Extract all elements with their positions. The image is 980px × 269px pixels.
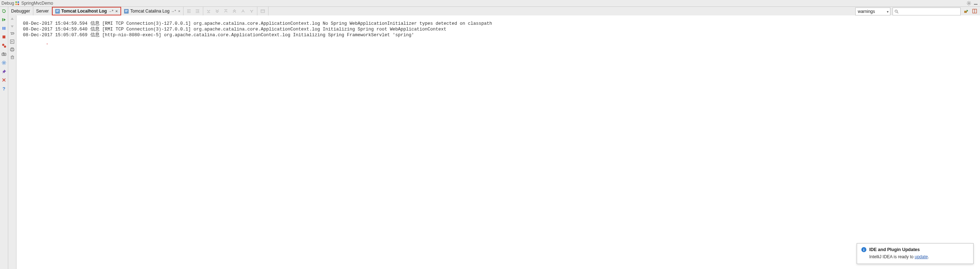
svg-marker-30	[198, 10, 199, 12]
pause-icon[interactable]	[1, 25, 7, 31]
log-search-input[interactable]	[892, 8, 961, 16]
settings-icon[interactable]	[1, 60, 7, 66]
console-tabbar: Debugger Server Tomcat Localhost Log →* …	[0, 7, 980, 16]
close-icon[interactable]: ×	[115, 9, 118, 13]
info-icon: i	[861, 247, 866, 252]
notification-body: IntelliJ IDEA is ready to update.	[861, 254, 969, 259]
svg-line-12	[967, 4, 968, 5]
step2-icon[interactable]	[248, 8, 255, 14]
svg-rect-15	[56, 10, 59, 13]
fold-toolbar	[203, 7, 258, 16]
svg-rect-46	[4, 27, 5, 30]
svg-rect-45	[3, 27, 3, 30]
fold-down2-icon[interactable]	[214, 8, 220, 14]
tab-label: Server	[36, 9, 49, 14]
tab-debugger[interactable]: Debugger	[8, 7, 33, 16]
svg-line-60	[5, 61, 5, 62]
svg-line-58	[3, 61, 3, 62]
hide-icon[interactable]	[974, 1, 978, 5]
tab-tomcat-localhost-log[interactable]: Tomcat Localhost Log →* ×	[52, 7, 121, 16]
svg-rect-43	[2, 18, 3, 21]
debug-category-label: Debug	[2, 1, 14, 6]
camera-icon[interactable]	[1, 51, 7, 57]
tab-label: Debugger	[11, 9, 30, 14]
svg-point-4	[968, 3, 970, 4]
tab-label: Tomcat Localhost Log	[61, 9, 107, 14]
print-icon[interactable]	[10, 47, 15, 52]
svg-rect-52	[3, 53, 4, 53]
caret-indicator: -	[46, 41, 48, 46]
svg-rect-47	[3, 35, 5, 38]
tool-window-titlebar: Debug SpringMvcDemo	[0, 0, 980, 7]
log-file-icon	[55, 9, 60, 14]
svg-marker-66	[11, 33, 12, 35]
fold-up-icon[interactable]	[223, 8, 229, 14]
svg-point-37	[895, 10, 897, 12]
svg-marker-40	[967, 10, 968, 12]
svg-point-49	[4, 46, 6, 48]
run-config-name: SpringMvcDemo	[21, 1, 53, 6]
notification-balloon[interactable]: i IDE and Plugin Updates IntelliJ IDEA i…	[857, 243, 974, 264]
update-link[interactable]: update	[915, 254, 928, 259]
indent-left-icon[interactable]	[186, 8, 192, 14]
svg-marker-64	[11, 18, 14, 20]
stop-icon[interactable]	[1, 34, 7, 40]
svg-rect-35	[261, 10, 264, 13]
console-controls-column	[8, 16, 16, 269]
scroll-down-icon[interactable]	[10, 24, 14, 28]
svg-marker-26	[187, 10, 188, 12]
close-icon[interactable]	[1, 77, 7, 83]
resume-icon[interactable]	[1, 17, 7, 22]
run-config-icon	[15, 1, 20, 6]
tab-label: Tomcat Catalina Log	[130, 9, 170, 14]
gear-icon[interactable]	[966, 1, 971, 6]
help-icon[interactable]: ?	[1, 86, 7, 91]
fold-up2-icon[interactable]	[231, 8, 238, 14]
pin-icon[interactable]	[1, 68, 7, 74]
svg-rect-72	[11, 56, 14, 59]
svg-line-9	[967, 2, 968, 2]
svg-point-33	[243, 10, 243, 10]
main-area: ? 08-Dec-2017 15:04:59.594 信息 [RMI TCP C…	[0, 16, 980, 269]
svg-rect-16	[56, 10, 59, 10]
svg-point-2	[16, 3, 17, 5]
outdent-icon[interactable]	[194, 8, 201, 14]
tab-tomcat-catalina-log[interactable]: Tomcat Catalina Log →* ×	[121, 7, 184, 16]
svg-point-3	[18, 3, 19, 5]
clear-all-icon[interactable]	[10, 55, 15, 59]
fold-down-icon[interactable]	[205, 8, 212, 14]
log-text: 08-Dec-2017 15:04:59.594 信息 [RMI TCP Con…	[16, 20, 980, 38]
svg-rect-13	[974, 4, 977, 5]
svg-marker-68	[11, 41, 13, 42]
svg-marker-44	[3, 18, 6, 21]
view-breakpoints-icon[interactable]	[1, 43, 7, 48]
search-icon	[894, 10, 899, 14]
log-level-select[interactable]: warnings ▾	[855, 8, 890, 16]
notification-title: IDE and Plugin Updates	[869, 247, 920, 252]
scroll-to-end-icon[interactable]	[10, 39, 15, 44]
svg-line-61	[3, 64, 3, 64]
log-output[interactable]: 08-Dec-2017 15:04:59.594 信息 [RMI TCP Con…	[16, 16, 980, 269]
misc-toolbar	[258, 7, 269, 16]
frames-icon[interactable]	[259, 8, 266, 14]
svg-point-0	[16, 2, 17, 3]
layout-icon[interactable]	[971, 8, 978, 14]
svg-point-53	[3, 62, 5, 64]
scroll-up-icon[interactable]	[10, 17, 14, 21]
svg-line-38	[897, 12, 898, 13]
svg-point-51	[3, 54, 5, 55]
tab-server[interactable]: Server	[33, 7, 52, 16]
export-icon[interactable]	[963, 8, 969, 14]
svg-rect-19	[124, 10, 128, 13]
rerun-button[interactable]	[0, 7, 8, 16]
step-icon[interactable]	[240, 8, 246, 14]
svg-marker-14	[2, 10, 3, 11]
svg-point-34	[251, 12, 252, 13]
soft-wrap-icon[interactable]	[10, 31, 15, 36]
close-icon[interactable]: ×	[178, 9, 180, 13]
tab-modified-indicator: →*	[171, 10, 176, 13]
svg-rect-39	[964, 11, 967, 13]
svg-rect-71	[11, 50, 13, 51]
log-file-icon	[124, 9, 129, 14]
svg-point-1	[18, 2, 19, 3]
